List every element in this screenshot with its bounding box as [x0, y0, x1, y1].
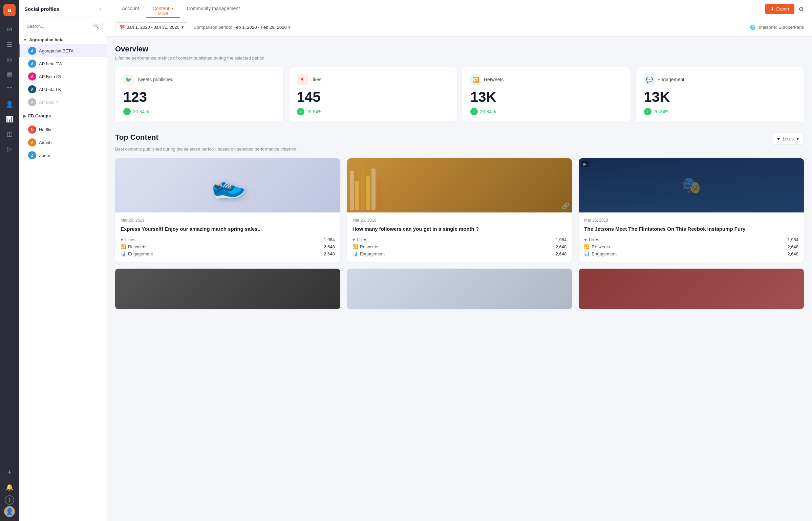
add-icon[interactable]: + — [3, 466, 16, 479]
main-content: Account Content ▾ Global Community manag… — [107, 0, 812, 521]
globe-icon[interactable]: ◎ — [3, 53, 16, 66]
retweets-change: ↑ 26.84% — [470, 108, 622, 115]
profiles-panel-title: Social profiles — [24, 6, 59, 12]
bottom-card-bw — [115, 269, 340, 309]
tweets-change: ↑ 26.84% — [123, 108, 275, 115]
tab-content[interactable]: Content ▾ Global — [146, 0, 180, 18]
card-image-movie: 🎭 ▶ — [579, 158, 804, 212]
profile-item-ap-beta-yt[interactable]: A AP beta YT — [19, 96, 107, 109]
stat-value-retweets: 2,648 — [787, 244, 798, 249]
engagement-label: Engagement — [658, 77, 684, 82]
profile-item-zoom[interactable]: Z Zoom — [19, 149, 107, 162]
help-icon[interactable]: ? — [5, 495, 14, 505]
profile-item-ap-beta-lk[interactable]: A AP beta LK — [19, 83, 107, 96]
engagement-change-value: 26.84% — [654, 109, 669, 114]
video-icon[interactable]: ▷ — [3, 142, 16, 156]
stat-label-retweets: 🔁 Retweets — [121, 244, 146, 249]
retweets-icon: 🔁 — [470, 74, 481, 85]
calendar-icon[interactable]: ▦ — [3, 68, 16, 81]
collapse-panel-button[interactable]: ‹ — [99, 5, 101, 13]
preview-warm-image — [579, 269, 804, 309]
search-box[interactable]: 🔍 — [23, 21, 103, 31]
metric-header: 💬 Engagement — [644, 74, 796, 85]
likes-sort-dropdown[interactable]: ♥ Likes ▾ — [772, 133, 804, 144]
chevron-down-icon[interactable]: ▾ — [288, 25, 291, 30]
metric-card-retweets: 🔁 Retweets 13K ↑ 26.84% — [462, 67, 631, 122]
card-date: Mar 26, 2019 — [352, 218, 567, 223]
inbox-icon[interactable]: ☰ — [3, 38, 16, 51]
users-icon[interactable]: 👤 — [3, 97, 16, 111]
chart-icon: 📊 — [121, 251, 126, 256]
engagement-change: ↑ 26.84% — [644, 108, 796, 115]
date-picker[interactable]: 📅 Jan 1, 2020 - Jan 31, 2020 ▾ — [115, 22, 188, 32]
overview-subtitle: Lifetime performance metrics of content … — [115, 55, 804, 61]
send-icon[interactable]: ✉ — [3, 23, 16, 37]
profile-item-ap-beta-tw[interactable]: A AP beta TW — [19, 57, 107, 70]
retweet-icon: 🔁 — [352, 244, 358, 249]
profile-item-ap-beta-ig[interactable]: A AP Beta IG — [19, 70, 107, 83]
comparison-period: Comparison period: Feb 1, 2020 - Feb 29,… — [194, 25, 291, 30]
profile-item-netflix[interactable]: N Netflix — [19, 123, 107, 136]
profile-label: Airbnb — [39, 140, 52, 145]
metric-card-engagement: 💬 Engagement 13K ↑ 26.84% — [636, 67, 804, 122]
reports-icon[interactable]: ◫ — [3, 127, 16, 141]
card-body-2: Mar 26, 2019 How many followers can you … — [347, 212, 572, 262]
stat-row-likes: ♥ Likes 1,984 — [121, 237, 335, 242]
retweets-change-value: 26.84% — [480, 109, 496, 114]
tweets-value: 123 — [123, 89, 275, 105]
stat-label-likes: ♥ Likes — [121, 237, 135, 242]
avatar: A — [28, 138, 36, 146]
likes-icon: ♥ — [297, 74, 308, 85]
chart-icon: 📊 — [584, 251, 590, 256]
card-body-1: Mar 26, 2019 Express Yourself! Enjoy our… — [115, 212, 340, 262]
profile-label: AP beta YT — [39, 100, 61, 105]
timezone: 🌐 Timezone: Europe/Paris — [750, 25, 804, 30]
stat-value-retweets: 2,648 — [556, 244, 567, 249]
metric-card-likes: ♥ Likes 145 ↑ 26.84% — [289, 67, 457, 122]
likes-value: 145 — [297, 89, 449, 105]
timezone-label: Timezone: — [757, 25, 777, 30]
stat-row-engagement: 📊 Engagement 2,648 — [121, 251, 335, 256]
tab-account[interactable]: Account — [115, 0, 146, 18]
group-agorapulse-beta[interactable]: ▼ Agorapulse beta — [19, 35, 107, 44]
user-avatar-icon[interactable]: 👤 — [4, 506, 15, 517]
export-icon: ⬇ — [770, 6, 774, 12]
card-stats: ♥ Likes 1,984 🔁 Retweets 2,648 — [352, 237, 567, 256]
card-image-sneakers: 👟 — [115, 158, 340, 212]
list-icon[interactable]: ☷ — [3, 83, 16, 96]
bell-icon[interactable]: 🔔 — [3, 480, 16, 494]
filter-bar: 📅 Jan 1, 2020 - Jan 31, 2020 ▾ Compariso… — [107, 18, 812, 37]
search-input[interactable] — [27, 24, 91, 29]
chevron-down-icon: ▼ — [23, 38, 27, 42]
metric-header: 🔁 Retweets — [470, 74, 622, 85]
chevron-right-icon: ▶ — [23, 114, 26, 118]
sort-label: Likes — [783, 136, 794, 141]
metric-card-tweets: 🐦 Tweets published 123 ↑ 26.84% — [115, 67, 283, 122]
tab-community-management[interactable]: Community management — [180, 0, 247, 18]
metric-header: 🐦 Tweets published — [123, 74, 275, 85]
retweets-value: 13K — [470, 89, 622, 105]
chevron-down-icon: ▾ — [796, 136, 799, 141]
content-card-3: 🎭 ▶ Mar 26, 2019 The Jetsons Meet The Fl… — [579, 158, 804, 262]
avatar: A — [28, 60, 36, 68]
export-button[interactable]: ⬇ Export — [765, 4, 794, 14]
timezone-value: Europe/Paris — [778, 25, 804, 30]
settings-icon[interactable]: ⚙ — [798, 5, 804, 13]
group-fb-groups[interactable]: ▶ FB Groups — [19, 111, 107, 120]
preview-light-image — [347, 269, 572, 309]
profile-item-airbnb[interactable]: A Airbnb — [19, 136, 107, 149]
likes-label: Likes — [311, 77, 322, 82]
card-image-art: 🔗 — [347, 158, 572, 212]
top-content-header: Top Content ♥ Likes ▾ — [115, 133, 804, 144]
card-date: Mar 26, 2019 — [584, 218, 798, 223]
profiles-header: Social profiles ‹ — [19, 0, 107, 17]
card-title: How many followers can you get in a sing… — [352, 225, 567, 232]
metrics-grid: 🐦 Tweets published 123 ↑ 26.84% ♥ Likes — [115, 67, 804, 122]
search-icon: 🔍 — [93, 23, 99, 29]
app-logo: a — [3, 4, 16, 16]
group-label: Agorapulse beta — [29, 37, 64, 42]
analytics-icon[interactable]: 📊 — [3, 112, 16, 126]
profile-label: AP beta LK — [39, 87, 61, 92]
profile-item-agorapulse-beta[interactable]: A Agorapulse BETA — [19, 44, 107, 57]
stat-label-retweets: 🔁 Retweets — [352, 244, 378, 249]
